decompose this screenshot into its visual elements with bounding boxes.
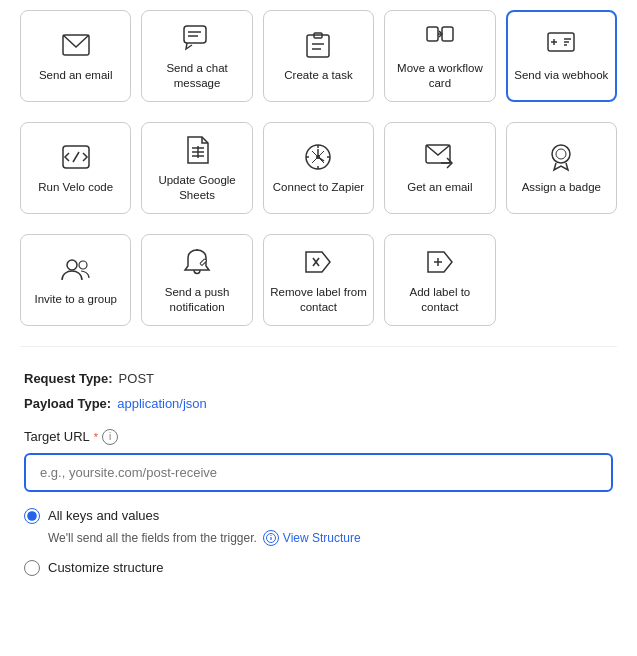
group-icon	[61, 254, 91, 284]
action-assign-badge-label: Assign a badge	[522, 180, 601, 195]
action-send-chat-label: Send a chat message	[148, 61, 245, 91]
action-send-email[interactable]: Send an email	[20, 10, 131, 102]
action-update-sheets[interactable]: Update Google Sheets	[141, 122, 252, 214]
add-label-icon	[425, 247, 455, 277]
action-connect-zapier-label: Connect to Zapier	[273, 180, 364, 195]
empty-slot	[506, 234, 617, 326]
radio-customize[interactable]	[24, 560, 40, 576]
email-icon	[61, 30, 91, 60]
actions-grid-row3: Invite to a group Send a push notificati…	[0, 234, 637, 346]
request-type-label: Request Type:	[24, 371, 113, 386]
push-icon	[182, 247, 212, 277]
get-email-icon	[425, 142, 455, 172]
target-url-section: Target URL * i	[0, 429, 637, 508]
action-send-webhook[interactable]: Send via webhook	[506, 10, 617, 102]
request-type-row: Request Type: POST	[24, 371, 613, 386]
action-invite-group[interactable]: Invite to a group	[20, 234, 131, 326]
radio-all-keys-description: We'll send all the fields from the trigg…	[48, 530, 613, 546]
svg-point-31	[552, 145, 570, 163]
payload-type-value: application/json	[117, 396, 207, 411]
request-type-value: POST	[119, 371, 154, 386]
view-structure-link[interactable]: View Structure	[263, 530, 361, 546]
fields-section: Request Type: POST Payload Type: applica…	[0, 363, 637, 429]
action-create-task[interactable]: Create a task	[263, 10, 374, 102]
action-remove-label-label: Remove label from contact	[270, 285, 367, 315]
action-update-sheets-label: Update Google Sheets	[148, 173, 245, 203]
radio-section: All keys and values We'll send all the f…	[0, 508, 637, 598]
radio-customize-row[interactable]: Customize structure	[24, 560, 613, 576]
view-structure-icon	[263, 530, 279, 546]
svg-point-33	[67, 260, 77, 270]
radio-all-keys-label: All keys and values	[48, 508, 159, 523]
svg-rect-8	[427, 27, 438, 41]
svg-rect-1	[184, 26, 206, 43]
actions-grid-row2: Run Velo code Update Google Sheets	[0, 122, 637, 234]
velo-icon	[61, 142, 91, 172]
action-assign-badge[interactable]: Assign a badge	[506, 122, 617, 214]
action-create-task-label: Create a task	[284, 68, 352, 83]
svg-point-32	[556, 149, 566, 159]
action-push-notification-label: Send a push notification	[148, 285, 245, 315]
remove-label-icon	[303, 247, 333, 277]
action-run-velo-label: Run Velo code	[38, 180, 113, 195]
target-url-label: Target URL * i	[24, 429, 613, 445]
info-icon[interactable]: i	[102, 429, 118, 445]
required-star: *	[94, 431, 98, 443]
action-get-email-label: Get an email	[407, 180, 472, 195]
zapier-icon	[303, 142, 333, 172]
workflow-icon	[425, 23, 455, 53]
webhook-icon	[546, 30, 576, 60]
svg-point-43	[270, 535, 271, 536]
actions-grid-row1: Send an email Send a chat message Create…	[0, 0, 637, 122]
action-add-label[interactable]: Add label to contact	[384, 234, 495, 326]
action-push-notification[interactable]: Send a push notification	[141, 234, 252, 326]
svg-point-34	[79, 261, 87, 269]
action-get-email[interactable]: Get an email	[384, 122, 495, 214]
sheets-icon	[182, 135, 212, 165]
action-remove-label[interactable]: Remove label from contact	[263, 234, 374, 326]
radio-all-keys-row[interactable]: All keys and values	[24, 508, 613, 524]
radio-all-keys[interactable]	[24, 508, 40, 524]
section-divider	[20, 346, 617, 347]
action-invite-group-label: Invite to a group	[34, 292, 116, 307]
action-connect-zapier[interactable]: Connect to Zapier	[263, 122, 374, 214]
payload-type-row: Payload Type: application/json	[24, 396, 613, 411]
action-add-label-label: Add label to contact	[391, 285, 488, 315]
badge-icon	[546, 142, 576, 172]
action-send-chat[interactable]: Send a chat message	[141, 10, 252, 102]
payload-type-label: Payload Type:	[24, 396, 111, 411]
action-move-workflow[interactable]: Move a workflow card	[384, 10, 495, 102]
action-move-workflow-label: Move a workflow card	[391, 61, 488, 91]
action-send-email-label: Send an email	[39, 68, 113, 83]
action-send-webhook-label: Send via webhook	[514, 68, 608, 83]
radio-customize-label: Customize structure	[48, 560, 164, 575]
svg-rect-9	[442, 27, 453, 41]
task-icon	[303, 30, 333, 60]
action-run-velo[interactable]: Run Velo code	[20, 122, 131, 214]
svg-line-18	[73, 152, 79, 162]
chat-icon	[182, 23, 212, 53]
target-url-input[interactable]	[24, 453, 613, 492]
